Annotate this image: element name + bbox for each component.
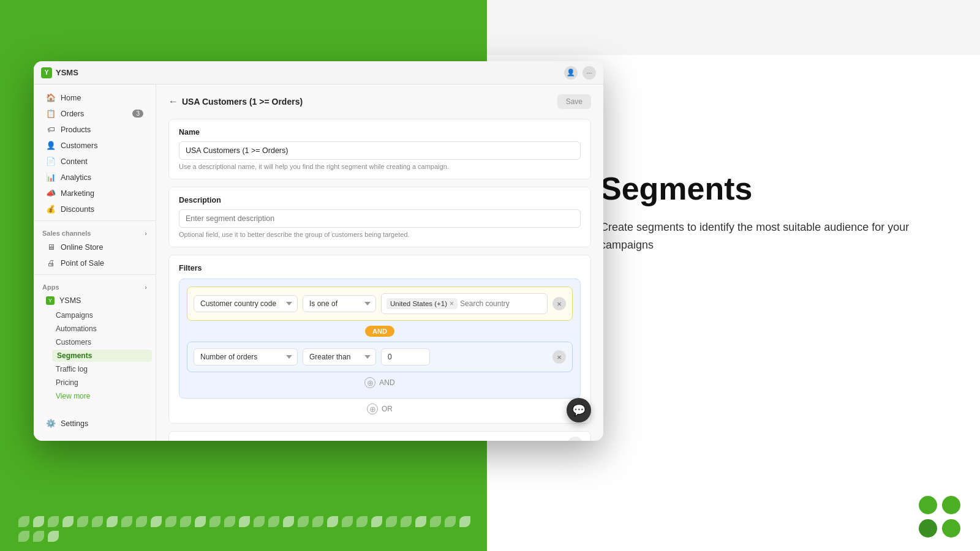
name-hint: Use a descriptional name, it will help y… xyxy=(179,163,581,170)
filter-row-1-inputs: Customer country code Is one of United S… xyxy=(194,293,566,314)
logo-icon: Y xyxy=(41,67,52,78)
sidebar-label-content: Content xyxy=(61,157,88,166)
customer-search-input[interactable] xyxy=(176,440,535,441)
back-navigation[interactable]: ← USA Customers (1 >= Orders) xyxy=(168,96,303,107)
sidebar-label-point-of-sale: Point of Sale xyxy=(61,259,104,268)
apps-expand-icon[interactable]: › xyxy=(145,283,147,291)
sidebar-sub-customers-app[interactable]: Customers xyxy=(34,335,156,349)
sort-button[interactable]: ⇅ xyxy=(567,437,583,441)
add-or-label: OR xyxy=(382,405,393,413)
filter-1-operator-select[interactable]: Is one of xyxy=(303,295,376,312)
sidebar-item-settings[interactable]: ⚙️ Settings xyxy=(37,416,152,431)
analytics-icon: 📊 xyxy=(46,173,56,182)
cancel-search-button[interactable]: Cancel xyxy=(540,440,562,441)
sidebar-label-marketing: Marketing xyxy=(61,189,94,198)
back-arrow-icon: ← xyxy=(168,96,178,107)
sidebar-item-ysms-app[interactable]: Y YSMS xyxy=(37,293,152,308)
deco-leaf xyxy=(312,516,323,527)
ysms-icon: Y xyxy=(46,296,55,305)
sidebar-sub-campaigns[interactable]: Campaigns xyxy=(34,309,156,322)
online-store-icon: 🖥 xyxy=(46,242,56,252)
filter-1-remove-button[interactable]: × xyxy=(552,297,566,310)
sidebar-item-home[interactable]: 🏠 Home xyxy=(37,90,152,105)
deco-leaf xyxy=(327,516,338,527)
deco-leaf xyxy=(165,516,176,527)
filters-card: Filters Customer country code Is one of xyxy=(168,255,591,424)
sidebar-item-point-of-sale[interactable]: 🖨 Point of Sale xyxy=(37,255,152,271)
right-panel: Segments Create segments to identify the… xyxy=(600,171,956,254)
filters-label: Filters xyxy=(179,264,581,272)
settings-icon: ⚙️ xyxy=(46,419,56,428)
discounts-icon: 💰 xyxy=(46,204,56,214)
filter-2-remove-button[interactable]: × xyxy=(552,350,566,364)
country-tag-us: United States (+1) × xyxy=(386,298,458,309)
description-input[interactable] xyxy=(179,209,581,228)
deco-leaf xyxy=(445,516,456,527)
sidebar-item-customers[interactable]: 👤 Customers xyxy=(37,138,152,153)
title-bar: Y YSMS 👤 ··· xyxy=(34,61,603,84)
view-more-link[interactable]: View more xyxy=(34,389,156,403)
sidebar-sub-traffic-log[interactable]: Traffic log xyxy=(34,362,156,376)
title-bar-actions: 👤 ··· xyxy=(564,66,596,80)
right-panel-title: Segments xyxy=(600,171,956,206)
sidebar-divider-1 xyxy=(34,220,156,221)
deco-leaf xyxy=(18,516,29,527)
sidebar-item-orders[interactable]: 📋 Orders 3 xyxy=(37,106,152,121)
sidebar-sub-automations[interactable]: Automations xyxy=(34,322,156,335)
apps-label: Apps xyxy=(42,283,59,291)
chat-fab-button[interactable]: 💬 xyxy=(567,398,591,422)
filter-2-field-select[interactable]: Number of orders xyxy=(194,348,298,365)
deco-leaf xyxy=(18,531,29,542)
sidebar-item-online-store[interactable]: 🖥 Online Store xyxy=(37,239,152,255)
tag-remove-icon[interactable]: × xyxy=(450,299,454,308)
deco-leaf xyxy=(33,516,44,527)
sidebar-label-online-store: Online Store xyxy=(61,243,103,252)
bottom-decorative-leaves xyxy=(18,516,478,542)
filter-2-value-input[interactable] xyxy=(381,348,430,365)
and-connector-button[interactable]: AND xyxy=(365,326,394,337)
dot-4 xyxy=(942,519,960,538)
filters-container: Customer country code Is one of United S… xyxy=(179,279,581,399)
decorative-dots xyxy=(919,496,962,539)
deco-leaf xyxy=(415,516,426,527)
country-search-input[interactable] xyxy=(460,299,542,308)
deco-leaf xyxy=(430,516,441,527)
deco-leaf xyxy=(459,516,470,527)
deco-leaf xyxy=(298,516,309,527)
sidebar-sub-pricing[interactable]: Pricing xyxy=(34,376,156,389)
main-content: ← USA Customers (1 >= Orders) Save Name … xyxy=(156,84,603,441)
add-and-condition[interactable]: ⊕ AND xyxy=(364,377,394,388)
filter-1-field-select[interactable]: Customer country code xyxy=(194,295,298,312)
sidebar-item-products[interactable]: 🏷 Products xyxy=(37,122,152,137)
name-input[interactable] xyxy=(179,141,581,160)
page-title: USA Customers (1 >= Orders) xyxy=(182,97,303,107)
deco-leaf xyxy=(283,516,294,527)
customers-icon: 👤 xyxy=(46,141,56,150)
sidebar-item-discounts[interactable]: 💰 Discounts xyxy=(37,201,152,217)
right-panel-description: Create segments to identify the most sui… xyxy=(600,219,956,254)
app-logo: Y YSMS xyxy=(41,67,78,78)
country-tag-area[interactable]: United States (+1) × xyxy=(381,293,548,314)
orders-badge: 3 xyxy=(132,110,143,118)
add-or-condition[interactable]: ⊕ OR xyxy=(367,403,393,414)
sidebar-label-analytics: Analytics xyxy=(61,173,91,182)
deco-leaf xyxy=(180,516,191,527)
add-and-label: AND xyxy=(379,378,394,387)
app-body: 🏠 Home 📋 Orders 3 🏷 Products 👤 Customers… xyxy=(34,84,603,441)
sidebar-item-marketing[interactable]: 📣 Marketing xyxy=(37,186,152,201)
filter-2-operator-select[interactable]: Greater than xyxy=(303,348,376,365)
sales-channels-expand-icon[interactable]: › xyxy=(145,230,147,237)
deco-leaf xyxy=(151,516,162,527)
deco-leaf xyxy=(107,516,118,527)
sidebar-item-analytics[interactable]: 📊 Analytics xyxy=(37,170,152,185)
sidebar-item-content[interactable]: 📄 Content xyxy=(37,154,152,169)
and-connector: AND xyxy=(187,326,573,337)
filter-row-2-inputs: Number of orders Greater than × xyxy=(194,348,566,365)
account-icon[interactable]: 👤 xyxy=(564,66,578,80)
sidebar-sub-segments[interactable]: Segments xyxy=(52,350,152,362)
deco-leaf xyxy=(342,516,353,527)
more-options-icon[interactable]: ··· xyxy=(582,66,596,80)
save-button[interactable]: Save xyxy=(557,94,591,109)
deco-leaf xyxy=(371,516,382,527)
ysms-app-label: YSMS xyxy=(59,296,81,305)
